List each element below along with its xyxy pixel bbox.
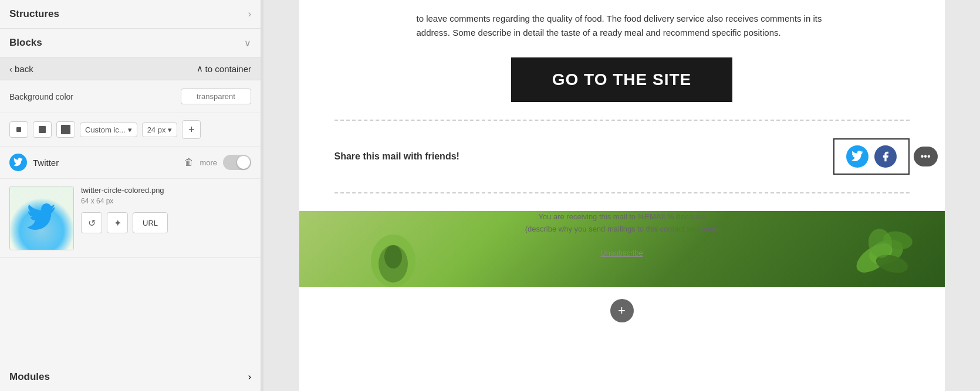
more-label: more: [200, 158, 217, 167]
modules-title: Modules: [9, 371, 50, 383]
modules-section-header[interactable]: Modules ›: [0, 363, 261, 391]
svg-rect-2: [61, 125, 70, 134]
icon-size-medium-button[interactable]: [33, 121, 52, 138]
px-size-select[interactable]: 24 px ▾: [142, 123, 178, 137]
email-canvas: to leave comments regarding the quality …: [299, 0, 945, 391]
preview-dimensions: 64 x 64 px: [81, 197, 168, 205]
footer-line1: You are receiving this mail to %EMAIL% b…: [358, 211, 886, 223]
svg-rect-1: [39, 126, 46, 133]
custom-icon-label: Custom ic...: [85, 125, 126, 134]
structures-section-header[interactable]: Structures ›: [0, 0, 261, 29]
icon-size-large-button[interactable]: [56, 121, 75, 138]
footer-text: You are receiving this mail to %EMAIL% b…: [358, 211, 886, 260]
back-label: back: [15, 64, 33, 74]
footer-section: You are receiving this mail to %EMAIL% b…: [299, 199, 945, 287]
preview-info: twitter-circle-colored.png 64 x 64 px ↺ …: [81, 186, 168, 233]
twitter-row: Twitter 🗑 more: [0, 147, 261, 179]
back-to-container-bar: ‹ back ∧ to container: [0, 57, 261, 80]
px-value: 24 px: [147, 125, 166, 134]
icon-size-small-button[interactable]: [9, 121, 28, 138]
add-section-button[interactable]: +: [610, 299, 634, 322]
unsubscribe-link[interactable]: Unsubscribe: [600, 249, 643, 257]
trash-icon[interactable]: 🗑: [184, 157, 194, 168]
twitter-toggle[interactable]: [223, 155, 251, 170]
svg-rect-0: [16, 127, 21, 132]
blocks-chevron-down-icon: ∨: [244, 38, 251, 49]
preview-filename: twitter-circle-colored.png: [81, 186, 168, 195]
refresh-icon-button[interactable]: ↺: [81, 212, 102, 233]
px-dropdown-icon: ▾: [168, 125, 172, 134]
right-panel: to leave comments regarding the quality …: [263, 0, 980, 391]
cta-button[interactable]: GO TO THE SITE: [511, 57, 733, 102]
preview-buttons: ↺ ✦ URL: [81, 212, 168, 233]
top-divider: [334, 120, 910, 121]
footer-line2: (describe why you send mailings to this …: [358, 223, 886, 236]
url-button[interactable]: URL: [133, 212, 168, 233]
facebook-share-icon[interactable]: [874, 145, 897, 168]
to-container-button[interactable]: ∧ to container: [197, 63, 251, 74]
to-container-chevron-up-icon: ∧: [197, 63, 203, 74]
custom-icon-dropdown-icon: ▾: [128, 125, 132, 134]
email-body-text: to leave comments regarding the quality …: [299, 0, 945, 46]
bg-color-input[interactable]: [181, 89, 251, 104]
blocks-title: Blocks: [9, 37, 42, 49]
share-section: Share this mail with friends! •••: [299, 127, 945, 186]
social-icons-box: •••: [833, 138, 910, 175]
bg-color-label: Background color: [9, 92, 73, 101]
icon-size-row: Custom ic... ▾ 24 px ▾ +: [0, 113, 261, 147]
background-color-row: Background color: [0, 80, 261, 113]
twitter-preview-area: twitter-circle-colored.png 64 x 64 px ↺ …: [0, 179, 261, 258]
blocks-section-header[interactable]: Blocks ∨: [0, 29, 261, 57]
add-section-container: +: [299, 287, 945, 311]
cta-section: GO TO THE SITE: [299, 46, 945, 114]
twitter-icon: [9, 154, 27, 171]
share-text: Share this mail with friends!: [334, 151, 459, 162]
structures-title: Structures: [9, 8, 59, 20]
sparkle-icon-button[interactable]: ✦: [107, 212, 128, 233]
modules-chevron-right-icon: ›: [248, 372, 251, 382]
to-container-label: to container: [205, 64, 251, 74]
body-paragraph: to leave comments regarding the quality …: [417, 12, 827, 40]
twitter-share-icon[interactable]: [846, 145, 869, 168]
twitter-preview-thumbnail: [9, 186, 74, 250]
custom-icon-select[interactable]: Custom ic... ▾: [80, 123, 137, 137]
preview-card: twitter-circle-colored.png 64 x 64 px ↺ …: [9, 186, 251, 250]
twitter-label: Twitter: [33, 158, 178, 168]
structures-chevron-right-icon: ›: [248, 9, 251, 19]
add-icon-button[interactable]: +: [182, 120, 201, 139]
more-options-button[interactable]: •••: [914, 147, 938, 166]
back-chevron-left-icon: ‹: [9, 64, 12, 74]
bottom-divider: [334, 192, 910, 193]
left-panel: Structures › Blocks ∨ ‹ back ∧ to contai…: [0, 0, 261, 391]
back-button[interactable]: ‹ back: [9, 64, 197, 74]
